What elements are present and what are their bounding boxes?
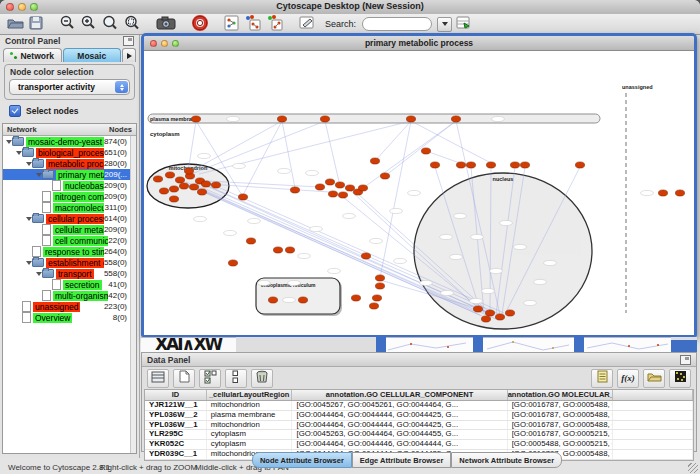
table-column-header[interactable] bbox=[613, 390, 693, 400]
disclosure-triangle-icon[interactable] bbox=[35, 173, 42, 177]
unselect-attributes-button[interactable] bbox=[225, 369, 247, 388]
network-node[interactable] bbox=[421, 148, 430, 154]
tree-row[interactable]: cellular metabo209(0) bbox=[3, 224, 130, 235]
network-node[interactable] bbox=[315, 184, 324, 190]
network-node[interactable] bbox=[273, 247, 282, 253]
tree-row[interactable]: nitrogen compo209(0) bbox=[3, 191, 130, 202]
zoom-fit-button[interactable] bbox=[100, 15, 119, 34]
tree-row[interactable]: primary metabo209(... bbox=[3, 169, 130, 180]
network-node[interactable] bbox=[153, 176, 162, 182]
network-node[interactable] bbox=[175, 177, 184, 183]
network-node[interactable] bbox=[451, 116, 460, 122]
table-row[interactable]: YJR121W__1mitochondrion[GO:0045267, GO:0… bbox=[145, 401, 693, 411]
formula-button[interactable]: f(x) bbox=[617, 369, 639, 388]
tree-row[interactable]: secretion41(0) bbox=[3, 279, 130, 290]
network-node[interactable] bbox=[466, 162, 475, 168]
network-node[interactable] bbox=[169, 186, 178, 192]
help-button[interactable] bbox=[191, 15, 209, 34]
layout-b-button[interactable] bbox=[265, 15, 284, 34]
table-column-header[interactable]: annotation.GO CELLULAR_COMPONENT bbox=[292, 390, 507, 400]
tab-edge-attribute-browser[interactable]: Edge Attribute Browser bbox=[352, 452, 451, 468]
attribute-table-button[interactable] bbox=[147, 369, 169, 388]
network-node[interactable] bbox=[238, 194, 247, 200]
disclosure-triangle-icon[interactable] bbox=[5, 140, 12, 144]
network-node[interactable] bbox=[169, 196, 178, 202]
network-node[interactable] bbox=[361, 253, 370, 259]
network-node[interactable] bbox=[285, 247, 294, 253]
network-node[interactable] bbox=[184, 168, 193, 174]
tree-row[interactable]: nucleobase-209(0) bbox=[3, 180, 130, 191]
network-node[interactable] bbox=[358, 185, 367, 191]
network-node[interactable] bbox=[338, 192, 347, 198]
network-node[interactable] bbox=[320, 116, 329, 122]
tree-row[interactable]: response to stimulu264(0) bbox=[3, 246, 130, 257]
network-node[interactable] bbox=[277, 116, 286, 122]
network-node[interactable] bbox=[375, 275, 384, 281]
network-node[interactable] bbox=[675, 190, 684, 196]
tree-row[interactable]: biological_process651(0) bbox=[3, 147, 130, 158]
tree-row[interactable]: cell communicat22(0) bbox=[3, 235, 130, 246]
network-node[interactable] bbox=[325, 179, 334, 185]
network-node[interactable] bbox=[495, 314, 504, 320]
network-node[interactable] bbox=[345, 185, 354, 191]
zoom-selected-button[interactable] bbox=[122, 15, 141, 34]
network-node[interactable] bbox=[369, 303, 378, 309]
network-node[interactable] bbox=[505, 310, 514, 316]
tree-row[interactable]: metabolic process280(0) bbox=[3, 158, 130, 169]
tree-row[interactable]: Overview8(0) bbox=[3, 312, 130, 323]
table-row[interactable]: YPL036W__2plasma membrane[GO:0044464, GO… bbox=[145, 411, 693, 421]
table-row[interactable]: YLR295Ccytoplasm[GO:0045263, GO:0044464,… bbox=[145, 430, 693, 440]
disclosure-triangle-icon[interactable] bbox=[25, 261, 32, 265]
annotation-button[interactable] bbox=[298, 15, 316, 34]
network-node[interactable] bbox=[486, 162, 495, 168]
resize-grip[interactable] bbox=[688, 463, 698, 473]
search-input[interactable] bbox=[362, 17, 432, 31]
network-node[interactable] bbox=[191, 116, 200, 122]
delete-attribute-button[interactable] bbox=[251, 369, 273, 388]
network-node[interactable] bbox=[246, 238, 255, 244]
tree-row[interactable]: mosaic-demo-yeast874(0) bbox=[3, 136, 130, 147]
network-node[interactable] bbox=[298, 297, 307, 303]
network-node[interactable] bbox=[328, 191, 337, 197]
float-panel-icon[interactable] bbox=[123, 36, 134, 46]
search-options-dropdown[interactable] bbox=[437, 17, 452, 32]
network-node[interactable] bbox=[290, 187, 299, 193]
network-node[interactable] bbox=[658, 190, 667, 196]
network-node[interactable] bbox=[197, 189, 206, 195]
tree-row[interactable]: establishment of lo558(0) bbox=[3, 257, 130, 268]
network-node[interactable] bbox=[165, 172, 174, 178]
network-node[interactable] bbox=[575, 162, 584, 168]
select-attributes-button[interactable] bbox=[199, 369, 221, 388]
tab-scroll-right-button[interactable] bbox=[122, 48, 136, 62]
tab-mosaic[interactable]: Mosaic bbox=[63, 48, 122, 62]
network-node[interactable] bbox=[211, 182, 220, 188]
tab-network-attribute-browser[interactable]: Network Attribute Browser bbox=[451, 452, 562, 468]
network-view-window[interactable]: primary metabolic process plasma membran… bbox=[141, 33, 697, 337]
tree-row[interactable]: unassigned223(0) bbox=[3, 301, 130, 312]
layout-a-button[interactable] bbox=[243, 15, 262, 34]
table-column-header[interactable]: ID bbox=[145, 390, 207, 400]
manage-networks-button[interactable] bbox=[223, 15, 240, 34]
zoom-out-button[interactable] bbox=[58, 15, 76, 34]
network-node[interactable] bbox=[370, 158, 379, 164]
network-node[interactable] bbox=[228, 260, 237, 266]
select-nodes-checkbox[interactable] bbox=[9, 105, 21, 117]
network-node[interactable] bbox=[159, 188, 168, 194]
network-node[interactable] bbox=[179, 183, 188, 189]
zoom-in-button[interactable] bbox=[79, 15, 97, 34]
network-node[interactable] bbox=[201, 181, 210, 187]
network-node[interactable] bbox=[375, 283, 384, 289]
network-node[interactable] bbox=[335, 182, 344, 188]
disclosure-triangle-icon[interactable] bbox=[15, 151, 22, 155]
network-node[interactable] bbox=[481, 316, 490, 322]
tree-scrollbar[interactable] bbox=[130, 136, 136, 453]
table-row[interactable]: YPL036W__1mitochondrion[GO:0044464, GO:0… bbox=[145, 421, 693, 431]
disclosure-triangle-icon[interactable] bbox=[35, 272, 42, 276]
disclosure-triangle-icon[interactable] bbox=[25, 162, 32, 166]
table-column-header[interactable]: _cellularLayoutRegion bbox=[207, 390, 293, 400]
save-session-button[interactable] bbox=[28, 15, 44, 34]
notes-button[interactable] bbox=[591, 369, 613, 388]
disclosure-triangle-icon[interactable] bbox=[25, 217, 32, 221]
table-column-header[interactable]: annotation.GO MOLECULAR_FUNCTION bbox=[508, 390, 614, 400]
network-node[interactable] bbox=[473, 306, 482, 312]
